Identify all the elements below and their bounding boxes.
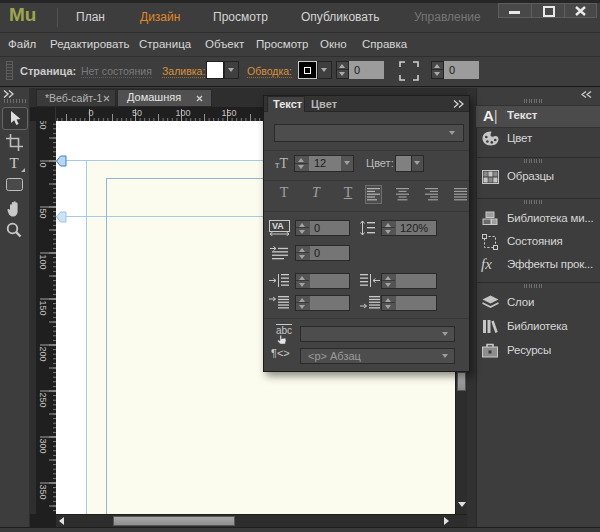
svg-text:300: 300 — [38, 439, 48, 454]
svg-text:50: 50 — [132, 108, 142, 118]
svg-text:200: 200 — [38, 347, 48, 362]
svg-text:0: 0 — [38, 163, 48, 168]
svg-text:50: 50 — [38, 209, 48, 219]
svg-text:150: 150 — [221, 108, 236, 118]
svg-text:100: 100 — [175, 108, 190, 118]
svg-text:100: 100 — [38, 255, 48, 270]
svg-text:250: 250 — [38, 393, 48, 408]
svg-text:VA: VA — [272, 221, 284, 231]
svg-text:-50: -50 — [38, 121, 48, 130]
svg-text:0: 0 — [88, 108, 93, 118]
svg-text:150: 150 — [38, 301, 48, 316]
svg-text:350: 350 — [38, 485, 48, 500]
